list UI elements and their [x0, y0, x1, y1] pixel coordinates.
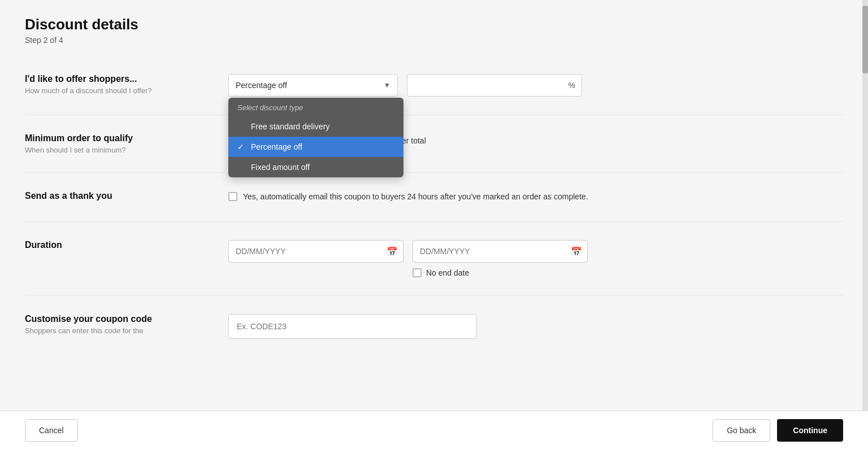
- continue-button[interactable]: Continue: [777, 419, 843, 442]
- scrollbar-thumb[interactable]: [862, 6, 868, 73]
- no-end-date-label: No end date: [426, 268, 469, 277]
- duration-control-col: 📅 📅 No end date: [228, 240, 843, 277]
- no-end-date-row: No end date: [413, 268, 843, 277]
- page-footer: Cancel Go back Continue: [0, 411, 868, 449]
- coupon-label: Customise your coupon code: [25, 314, 206, 324]
- percent-input[interactable]: [407, 74, 582, 97]
- scrollbar-track[interactable]: [862, 0, 868, 449]
- discount-type-select-button[interactable]: Percentage off ▼: [228, 74, 398, 97]
- step-label: Step 2 of 4: [25, 36, 843, 45]
- thank-you-checkbox-row: Yes, automatically email this coupon to …: [228, 191, 843, 203]
- offer-control-col: Percentage off ▼ Select discount type Fr…: [228, 74, 843, 97]
- offer-label-col: I'd like to offer shoppers... How much o…: [25, 74, 228, 95]
- dropdown-label-free-delivery: Free standard delivery: [251, 122, 329, 131]
- minimum-label: Minimum order to qualify: [25, 133, 206, 143]
- page-header: Discount details Step 2 of 4: [0, 0, 868, 56]
- offer-sublabel: How much of a discount should I offer?: [25, 86, 206, 95]
- percent-input-wrapper: %: [407, 74, 582, 97]
- content-area: I'd like to offer shoppers... How much o…: [0, 56, 868, 357]
- cancel-button[interactable]: Cancel: [25, 419, 78, 442]
- no-end-date-checkbox[interactable]: [413, 268, 422, 277]
- select-btn-label: Percentage off: [236, 81, 287, 90]
- offer-row: I'd like to offer shoppers... How much o…: [25, 56, 843, 115]
- send-control-col: Yes, automatically email this coupon to …: [228, 191, 843, 203]
- duration-label-col: Duration: [25, 240, 228, 252]
- discount-type-select-wrapper[interactable]: Percentage off ▼ Select discount type Fr…: [228, 74, 398, 97]
- end-date-input[interactable]: [413, 240, 588, 263]
- percent-symbol: %: [568, 81, 575, 90]
- minimum-order-row: Minimum order to qualify When should I s…: [25, 115, 843, 172]
- dropdown-item-percentage-off[interactable]: ✓ Percentage off: [228, 137, 403, 157]
- duration-inputs: 📅 📅: [228, 240, 843, 263]
- footer-right: Go back Continue: [713, 419, 843, 442]
- coupon-code-row: Customise your coupon code Shoppers can …: [25, 295, 843, 357]
- coupon-sublabel: Shoppers can enter this code for the: [25, 326, 206, 335]
- thank-you-checkbox-label: Yes, automatically email this coupon to …: [243, 191, 588, 203]
- coupon-label-col: Customise your coupon code Shoppers can …: [25, 314, 228, 335]
- dropdown-item-free-delivery[interactable]: Free standard delivery: [228, 116, 403, 137]
- start-date-wrapper: 📅: [228, 240, 403, 263]
- coupon-control-col: [228, 314, 843, 339]
- calendar-start-icon[interactable]: 📅: [387, 246, 398, 257]
- dropdown-label-fixed-amount: Fixed amount off: [251, 163, 310, 172]
- discount-type-dropdown: Select discount type Free standard deliv…: [228, 98, 403, 177]
- send-label-col: Send as a thank you: [25, 191, 228, 203]
- send-thank-you-row: Send as a thank you Yes, automatically e…: [25, 172, 843, 221]
- check-icon-percentage-off: ✓: [237, 142, 246, 151]
- go-back-button[interactable]: Go back: [713, 419, 770, 442]
- end-date-wrapper: 📅: [413, 240, 588, 263]
- chevron-down-icon: ▼: [384, 81, 390, 89]
- minimum-sublabel: When should I set a minimum?: [25, 146, 206, 154]
- coupon-code-input[interactable]: [228, 314, 477, 339]
- dropdown-header: Select discount type: [228, 98, 403, 116]
- dropdown-label-percentage-off: Percentage off: [251, 142, 302, 151]
- dropdown-item-fixed-amount[interactable]: Fixed amount off: [228, 157, 403, 177]
- thank-you-checkbox[interactable]: [228, 192, 237, 201]
- check-icon-free-delivery: [237, 122, 246, 131]
- duration-row: Duration 📅 📅 No end date: [25, 221, 843, 295]
- send-label: Send as a thank you: [25, 191, 206, 201]
- start-date-input[interactable]: [228, 240, 403, 263]
- offer-label: I'd like to offer shoppers...: [25, 74, 206, 84]
- duration-label: Duration: [25, 240, 206, 250]
- calendar-end-icon[interactable]: 📅: [571, 246, 582, 257]
- minimum-label-col: Minimum order to qualify When should I s…: [25, 133, 228, 154]
- page-title: Discount details: [25, 16, 843, 33]
- check-icon-fixed-amount: [237, 163, 246, 172]
- page-wrapper: Discount details Step 2 of 4 I'd like to…: [0, 0, 868, 449]
